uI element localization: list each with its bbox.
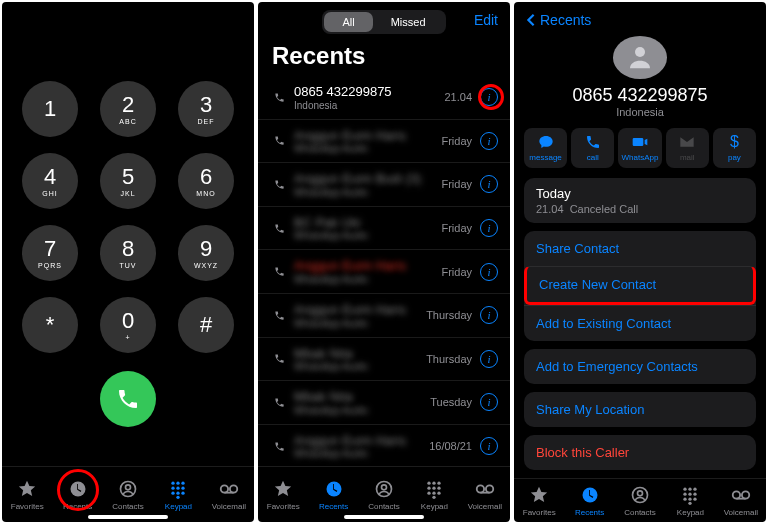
- keypad-icon: [679, 484, 701, 506]
- svg-point-18: [382, 485, 387, 490]
- row-time: Thursday: [426, 353, 472, 365]
- tab-keypad[interactable]: Keypad: [665, 479, 715, 522]
- call-button[interactable]: [100, 371, 156, 427]
- key-0[interactable]: 0+: [100, 297, 156, 353]
- key-*[interactable]: *: [22, 297, 78, 353]
- action-label: call: [587, 153, 599, 162]
- row-name: Anggun Euim Haris: [294, 302, 426, 318]
- block-caller[interactable]: Block this Caller: [524, 435, 756, 470]
- info-button[interactable]: i: [480, 306, 498, 324]
- phone-icon: [116, 387, 140, 411]
- tab-label: Voicemail: [212, 502, 246, 511]
- recent-row[interactable]: BC Pak UkiWhatsApp AudioFridayi: [258, 207, 510, 251]
- tab-contacts[interactable]: Contacts: [103, 467, 153, 522]
- tab-voicemail[interactable]: Voicemail: [716, 479, 766, 522]
- info-button[interactable]: i: [480, 219, 498, 237]
- info-button[interactable]: i: [480, 350, 498, 368]
- tab-keypad[interactable]: Keypad: [153, 467, 203, 522]
- action-message[interactable]: message: [524, 128, 567, 168]
- edit-button[interactable]: Edit: [474, 12, 498, 28]
- info-button[interactable]: i: [480, 132, 498, 150]
- svg-point-2: [126, 485, 131, 490]
- info-button[interactable]: i: [480, 393, 498, 411]
- recent-row[interactable]: Anggun Euim HarisWhatsApp AudioFridayi: [258, 120, 510, 164]
- tab-contacts[interactable]: Contacts: [615, 479, 665, 522]
- svg-point-10: [177, 492, 180, 495]
- tab-voicemail[interactable]: Voicemail: [460, 467, 510, 522]
- tab-label: Recents: [63, 502, 92, 511]
- action-call[interactable]: call: [571, 128, 614, 168]
- tab-label: Recents: [575, 508, 604, 517]
- recent-row[interactable]: Mbak NitaWhatsApp AudioTuesdayi: [258, 381, 510, 425]
- info-button[interactable]: i: [480, 263, 498, 281]
- key-1[interactable]: 1: [22, 81, 78, 137]
- tab-favorites[interactable]: Favorites: [2, 467, 52, 522]
- home-indicator[interactable]: [344, 515, 424, 519]
- tab-recents[interactable]: Recents: [308, 467, 358, 522]
- segmented-control[interactable]: All Missed: [322, 10, 445, 34]
- svg-point-44: [694, 497, 697, 500]
- key-#[interactable]: #: [178, 297, 234, 353]
- action-label: message: [529, 153, 561, 162]
- outgoing-icon: [272, 92, 286, 103]
- share-contact[interactable]: Share Contact: [524, 231, 756, 266]
- info-button[interactable]: i: [480, 437, 498, 455]
- info-button[interactable]: i: [480, 175, 498, 193]
- svg-point-24: [438, 487, 441, 490]
- tab-recents[interactable]: Recents: [52, 467, 102, 522]
- star-icon: [272, 478, 294, 500]
- info-button[interactable]: i: [480, 88, 498, 106]
- tab-keypad[interactable]: Keypad: [409, 467, 459, 522]
- contact-actions-section: Share Contact Create New Contact Add to …: [524, 231, 756, 341]
- svg-point-26: [433, 492, 436, 495]
- row-name: Anggun Euim Haris: [294, 128, 441, 144]
- action-mail: mail: [666, 128, 709, 168]
- svg-point-47: [742, 491, 749, 498]
- tab-voicemail[interactable]: Voicemail: [204, 467, 254, 522]
- key-6[interactable]: 6MNO: [178, 153, 234, 209]
- recent-row[interactable]: Anggun Euim HarisWhatsApp Audio16/08/21i: [258, 425, 510, 466]
- segment-all[interactable]: All: [324, 12, 372, 32]
- row-sub: WhatsApp Audio: [294, 405, 430, 416]
- tab-contacts[interactable]: Contacts: [359, 467, 409, 522]
- recent-row[interactable]: 0865 432299875Indonesia21.04i: [258, 76, 510, 120]
- row-time: 21.04: [444, 91, 472, 103]
- key-2[interactable]: 2ABC: [100, 81, 156, 137]
- recent-row[interactable]: Anggun Euim Budi (3)WhatsApp AudioFriday…: [258, 163, 510, 207]
- emergency-section: Add to Emergency Contacts: [524, 349, 756, 384]
- add-existing-contact[interactable]: Add to Existing Contact: [524, 305, 756, 341]
- outgoing-icon: [272, 135, 286, 146]
- back-button[interactable]: Recents: [514, 2, 766, 32]
- tab-favorites[interactable]: Favorites: [258, 467, 308, 522]
- svg-point-28: [433, 496, 436, 499]
- clock-icon: [323, 478, 345, 500]
- home-indicator[interactable]: [88, 515, 168, 519]
- recent-row[interactable]: Anggun Euim HarisWhatsApp AudioThursdayi: [258, 294, 510, 338]
- recents-list[interactable]: 0865 432299875Indonesia21.04iAnggun Euim…: [258, 76, 510, 466]
- share-location[interactable]: Share My Location: [524, 392, 756, 427]
- svg-point-27: [438, 492, 441, 495]
- tab-favorites[interactable]: Favorites: [514, 479, 564, 522]
- create-new-contact[interactable]: Create New Contact: [524, 266, 756, 305]
- recent-row[interactable]: Anggun Euim HarisWhatsApp AudioFridayi: [258, 250, 510, 294]
- clock-icon: [67, 478, 89, 500]
- segment-missed[interactable]: Missed: [373, 12, 444, 32]
- key-4[interactable]: 4GHI: [22, 153, 78, 209]
- action-whatsapp[interactable]: WhatsApp: [618, 128, 661, 168]
- key-5[interactable]: 5JKL: [100, 153, 156, 209]
- tab-label: Voicemail: [468, 502, 502, 511]
- svg-point-8: [182, 487, 185, 490]
- svg-point-39: [684, 492, 687, 495]
- key-8[interactable]: 8TUV: [100, 225, 156, 281]
- svg-point-42: [684, 497, 687, 500]
- add-emergency-contacts[interactable]: Add to Emergency Contacts: [524, 349, 756, 384]
- recent-row[interactable]: Mbak NitaWhatsApp AudioThursdayi: [258, 338, 510, 382]
- row-sub: WhatsApp Audio: [294, 318, 426, 329]
- keypad-grid: 12ABC3DEF4GHI5JKL6MNO7PQRS8TUV9WXYZ*0+#: [22, 81, 234, 353]
- key-7[interactable]: 7PQRS: [22, 225, 78, 281]
- row-time: Friday: [441, 178, 472, 190]
- tab-recents[interactable]: Recents: [564, 479, 614, 522]
- action-pay[interactable]: $pay: [713, 128, 756, 168]
- key-3[interactable]: 3DEF: [178, 81, 234, 137]
- key-9[interactable]: 9WXYZ: [178, 225, 234, 281]
